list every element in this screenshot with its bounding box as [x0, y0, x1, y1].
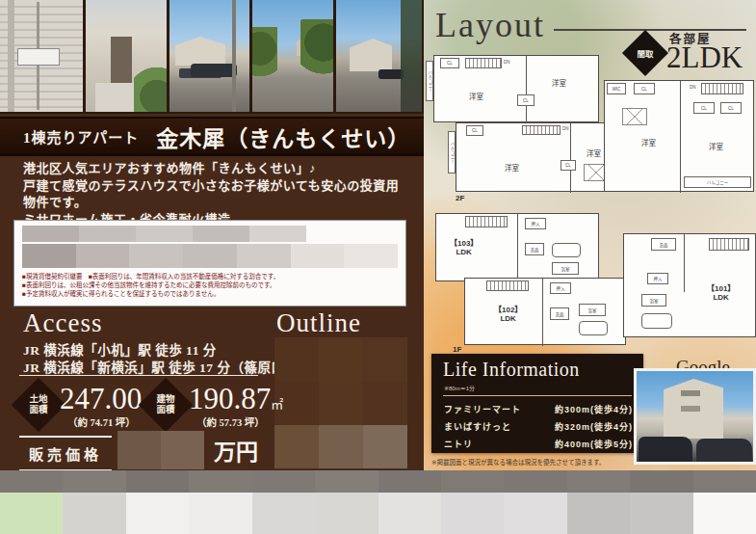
footer-mosaic-strip: [0, 493, 756, 534]
washroom: 洗面: [651, 238, 676, 251]
cars-shape: [191, 64, 237, 77]
left-panel: 1棟売りアパート 金木犀（きんもくせい） 港北区人気エリアおすすめ物件「きんもく…: [0, 0, 424, 470]
map-disclaimer: ※掲載図面と現況が異なる場合は現況を優先させて頂きます。: [431, 457, 605, 467]
life-row: ニトリ 約400m(徒歩5分): [444, 438, 633, 450]
building-shape: [664, 379, 723, 439]
floorplan-1f-unit-103: 押入 【103】LDK 洗面 浴室: [435, 213, 599, 281]
closet: CL: [440, 58, 459, 68]
stairs: [486, 280, 529, 291]
stairs: [465, 216, 508, 227]
closet: CL: [466, 125, 483, 136]
note-line: ■表面利回りは、公租公課その他当該物件を維持するために必要な費用控除前のものです…: [22, 280, 398, 289]
poi-name: ニトリ: [444, 438, 473, 450]
plants-shape: [134, 62, 167, 112]
room-yoshitsu: 洋室: [587, 147, 601, 158]
floorplan-2f-unit-a: バルコニー CL DN 洋室 CL 洋室: [433, 55, 599, 122]
poi-distance: 約400m(徒歩5分): [555, 438, 633, 450]
tree-shade-shape: [401, 0, 422, 112]
photo-exterior: [336, 0, 422, 112]
photo-parking: [169, 0, 249, 112]
drainpipe-shape: [8, 0, 14, 112]
gray-block: [252, 470, 315, 493]
property-name: 金木犀（きんもくせい）: [156, 120, 410, 153]
redacted-row: [22, 226, 398, 242]
mosaic-block: [630, 493, 692, 534]
balcony: バルコニー: [448, 131, 456, 174]
redacted-cell: [319, 425, 363, 468]
life-information-note: ※80m＝1分: [444, 384, 475, 392]
redacted-cell: [291, 244, 345, 268]
wall: [517, 214, 518, 282]
mosaic-block: [63, 493, 125, 534]
redacted-cell: [363, 337, 407, 381]
room-yoshitsu: 洋室: [505, 162, 519, 173]
yield-notes-text: ■現賃貸借契約引継要 ■表面利回りは、年間賃料収入の当該不動産価格に対する割合で…: [22, 272, 398, 298]
gray-block: [0, 470, 63, 493]
stairs: [522, 125, 560, 135]
layout-heading: Layout: [435, 5, 545, 45]
redacted-cell: [363, 425, 407, 468]
yield-notes-box: ■現賃貸借契約引継要 ■表面利回りは、年間賃料収入の当該不動産価格に対する割合で…: [13, 220, 406, 307]
floor-1f-tag: 1F: [453, 345, 461, 354]
gray-block: [441, 470, 504, 493]
closet: CL: [560, 160, 576, 171]
balcony: バルコニー: [426, 61, 433, 101]
room-yoshitsu: 洋室: [469, 91, 483, 101]
floor-2f-tag: 2F: [456, 194, 464, 202]
house-shape: [175, 37, 225, 66]
floorplan-1f-unit-101: 洗面 押入 浴室 【101】LDK: [623, 233, 756, 337]
doorway-shape: [111, 37, 132, 83]
title-bar: 1棟売りアパート 金木犀（きんもくせい）: [0, 117, 424, 156]
gray-block: [378, 470, 441, 493]
mosaic-block: [441, 493, 504, 534]
redacted-cell: [79, 226, 136, 242]
wall: [680, 81, 681, 193]
room-yoshitsu: 洋室: [641, 137, 656, 147]
car-shape: [639, 437, 692, 462]
redacted-cell: [183, 244, 237, 268]
redacted-row: [22, 244, 398, 268]
closet: CL: [517, 94, 534, 106]
photo-building-nameplate: [0, 0, 83, 112]
poi-name: ファミリーマート: [444, 403, 521, 415]
mosaic-block: [0, 493, 63, 534]
oshiire-closet: 押入: [550, 282, 571, 294]
life-information-heading: Life Information: [443, 359, 580, 381]
oshiire-closet: 押入: [647, 273, 668, 284]
note-line: ■予定賃料収入が確実に得られることを保証するものではありません。: [22, 289, 398, 298]
floorplan-2f-unit-c: WIC CL DN CL CL 洋室 洋室 バルコニー: [604, 80, 754, 192]
tree-shape: [252, 27, 277, 81]
gray-block: [315, 470, 378, 493]
wall: [570, 123, 571, 193]
building-area-badge-label: 建物 面積: [139, 394, 193, 414]
photo-property-exterior: [634, 368, 756, 465]
mosaic-block: [252, 493, 315, 534]
mosaic-block: [378, 493, 441, 534]
redacted-cell: [344, 244, 398, 268]
access-heading: Access: [23, 308, 102, 338]
redacted-cell: [274, 337, 319, 381]
outline-redacted: [274, 337, 407, 468]
mosaic-block: [126, 493, 189, 534]
life-information-box: Life Information ※80m＝1分 ファミリーマート 約300m(…: [431, 354, 643, 453]
room-yoshitsu: 洋室: [552, 77, 566, 88]
station-line: JR 横浜線「小机」駅 徒歩 11 分: [23, 339, 217, 359]
footer-gray-bar: [0, 470, 756, 493]
balcony: バルコニー: [684, 176, 751, 188]
stairs-dn-label: DN: [690, 85, 696, 90]
land-area-tsubo: （約 74.71 坪）: [67, 414, 136, 429]
poi-distance: 約300m(徒歩4分): [555, 403, 633, 415]
photo-strip: [0, 0, 424, 114]
redacted-cell: [76, 244, 130, 268]
mosaic-block: [315, 493, 378, 534]
flyer-page: 1棟売りアパート 金木犀（きんもくせい） 港北区人気エリアおすすめ物件「きんもく…: [0, 0, 756, 534]
redacted-cell: [306, 226, 398, 242]
nameplate: [17, 48, 60, 66]
note-line: ■現賃貸借契約引継要 ■表面利回りは、年間賃料収入の当該不動産価格に対する割合で…: [22, 272, 398, 280]
redacted-cell: [129, 244, 183, 268]
price-label-frame: 販売価格: [19, 436, 112, 471]
redacted-cell: [161, 431, 204, 469]
bathtub: [641, 313, 672, 329]
madori-badge-label: 間取: [629, 47, 662, 59]
utility-pole-shape: [232, 0, 236, 112]
